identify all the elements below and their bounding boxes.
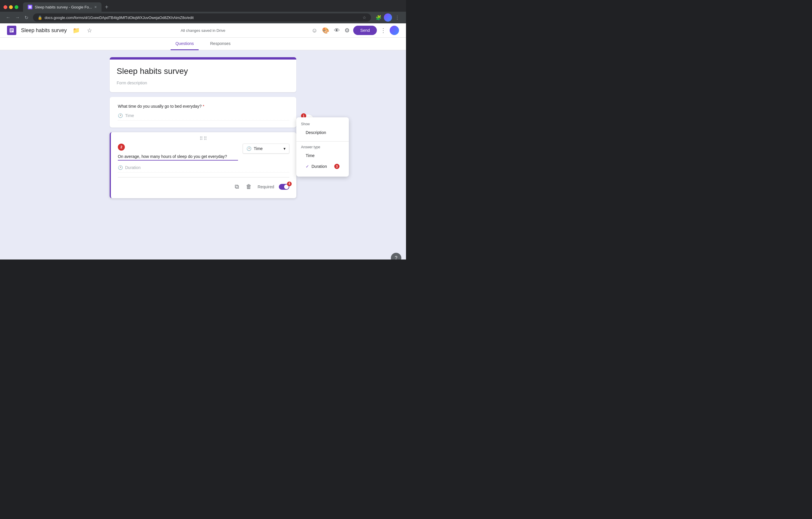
duration-badge: 3 bbox=[334, 164, 340, 169]
send-button[interactable]: Send bbox=[353, 26, 377, 35]
question-2-input[interactable] bbox=[118, 153, 238, 161]
question-2-row: 2 🕐 Time ▾ bbox=[118, 144, 289, 161]
tab-responses[interactable]: Responses bbox=[206, 38, 235, 50]
lock-icon: 🔒 bbox=[38, 16, 42, 20]
folder-button[interactable]: 📁 bbox=[71, 26, 81, 35]
browser-chrome: Sleep habits survey - Google Fo... × + ←… bbox=[0, 0, 406, 23]
duration-option-label: Duration bbox=[312, 164, 327, 169]
star-button[interactable]: ☆ bbox=[86, 26, 93, 35]
dropdown-description-item[interactable]: Description bbox=[301, 127, 344, 138]
header-right: ☺ 🎨 👁 ⚙ Send ⋮ bbox=[310, 26, 399, 35]
dropdown-menu: Show Description Answer type Time ✓ Dura… bbox=[296, 117, 349, 176]
preview-button[interactable]: 👁 bbox=[333, 26, 341, 35]
svg-rect-2 bbox=[10, 29, 13, 30]
duration-placeholder: Duration bbox=[125, 165, 141, 170]
help-button[interactable]: ? bbox=[391, 253, 401, 260]
app-logo bbox=[7, 26, 16, 35]
dropdown-answer-type-label: Answer type bbox=[301, 145, 344, 149]
question-2-badge: 2 bbox=[118, 144, 125, 151]
bookmark-icon[interactable]: ☆ bbox=[362, 15, 366, 20]
tab-questions[interactable]: Questions bbox=[171, 38, 198, 50]
url-right-icons: ☆ bbox=[362, 15, 366, 20]
refresh-button[interactable]: ↻ bbox=[23, 14, 29, 22]
more-options-icon[interactable]: ⋮ bbox=[393, 13, 401, 22]
card-footer: ⧉ 🗑 Required 4 bbox=[118, 177, 289, 191]
required-star-1: * bbox=[203, 104, 204, 109]
url-text: docs.google.com/forms/d/1GxeeDApdTB4tg9M… bbox=[45, 16, 360, 20]
clock-icon-2: 🕐 bbox=[118, 165, 123, 170]
question-1-answer-field: 🕐 Time bbox=[118, 113, 289, 120]
answer-type-select[interactable]: 🕐 Time ▾ bbox=[243, 144, 289, 154]
browser-right-icons: 🧩 ⋮ bbox=[375, 13, 401, 22]
question-2-answer-field: 🕐 Duration bbox=[118, 165, 289, 172]
form-title: Sleep habits survey bbox=[117, 66, 289, 76]
check-icon: ✓ bbox=[306, 164, 309, 169]
url-box[interactable]: 🔒 docs.google.com/forms/d/1GxeeDApdTB4tg… bbox=[33, 13, 371, 22]
form-header-card: Sleep habits survey Form description bbox=[110, 57, 296, 92]
more-button[interactable]: ⋮ bbox=[379, 26, 387, 35]
answer-type-label: Time bbox=[254, 146, 263, 151]
tab-close-button[interactable]: × bbox=[94, 5, 97, 9]
profile-avatar bbox=[384, 13, 392, 22]
palette-button[interactable]: 🎨 bbox=[321, 26, 330, 35]
minimize-window-button[interactable] bbox=[9, 5, 13, 9]
question-2-card[interactable]: ⠿⠿ 2 🕐 Time ▾ 🕐 Duration ⧉ 🗑 bbox=[110, 132, 296, 198]
dropdown-show-label: Show bbox=[301, 122, 344, 126]
dropdown-duration-item[interactable]: ✓ Duration 3 bbox=[301, 161, 344, 172]
required-label: Required bbox=[258, 185, 274, 189]
nav-buttons: ← → ↻ bbox=[5, 14, 29, 22]
question-1-text: What time do you usually go to bed every… bbox=[118, 104, 289, 109]
form-description-placeholder[interactable]: Form description bbox=[117, 81, 289, 85]
tab-title: Sleep habits survey - Google Fo... bbox=[35, 5, 92, 9]
drag-handle: ⠿⠿ bbox=[118, 136, 289, 141]
dropdown-show-section: Show Description bbox=[296, 120, 349, 140]
maximize-window-button[interactable] bbox=[14, 5, 18, 9]
user-avatar[interactable] bbox=[390, 26, 399, 35]
delete-question-button[interactable]: 🗑 bbox=[245, 182, 253, 191]
settings-button[interactable]: ⚙ bbox=[343, 26, 351, 35]
tab-favicon bbox=[28, 5, 32, 9]
svg-rect-0 bbox=[29, 5, 31, 8]
window-controls bbox=[3, 5, 18, 9]
required-badge: 4 bbox=[287, 182, 292, 186]
profile-icon[interactable] bbox=[384, 13, 392, 22]
svg-rect-3 bbox=[10, 30, 13, 31]
active-tab[interactable]: Sleep habits survey - Google Fo... × bbox=[23, 2, 102, 12]
question-1-card: What time do you usually go to bed every… bbox=[110, 97, 296, 128]
svg-rect-4 bbox=[10, 31, 12, 31]
dropdown-time-item[interactable]: Time bbox=[301, 150, 344, 161]
description-label: Description bbox=[306, 130, 326, 135]
main-content: Sleep habits survey Form description Wha… bbox=[0, 50, 406, 260]
app-title: Sleep habits survey bbox=[21, 27, 67, 33]
time-option-label: Time bbox=[306, 153, 315, 158]
copy-question-button[interactable]: ⧉ bbox=[234, 182, 240, 191]
forward-button[interactable]: → bbox=[14, 14, 21, 21]
new-tab-button[interactable]: + bbox=[103, 3, 111, 12]
back-button[interactable]: ← bbox=[5, 14, 12, 21]
dropdown-answer-section: Answer type Time ✓ Duration 3 bbox=[296, 143, 349, 174]
dropdown-divider bbox=[296, 141, 349, 142]
tab-bar: Sleep habits survey - Google Fo... × + bbox=[0, 0, 406, 12]
time-icon-1: 🕐 bbox=[118, 113, 123, 118]
address-bar: ← → ↻ 🔒 docs.google.com/forms/d/1GxeeDAp… bbox=[0, 12, 406, 23]
emoji-button[interactable]: ☺ bbox=[310, 26, 319, 35]
app-header: Sleep habits survey 📁 ☆ All changes save… bbox=[0, 23, 406, 38]
question-2-input-area: 2 bbox=[118, 144, 238, 161]
saved-status: All changes saved in Drive bbox=[100, 28, 306, 33]
close-window-button[interactable] bbox=[3, 5, 7, 9]
chevron-down-icon: ▾ bbox=[284, 146, 286, 151]
extensions-icon[interactable]: 🧩 bbox=[375, 13, 383, 22]
form-tabs: Questions Responses bbox=[0, 38, 406, 50]
clock-icon: 🕐 bbox=[246, 146, 252, 151]
